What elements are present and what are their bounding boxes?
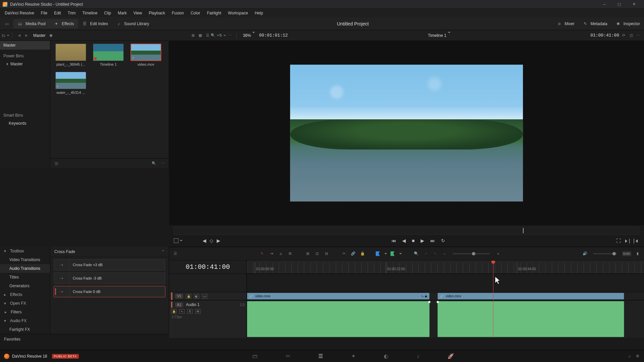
zoom-slider[interactable]	[453, 253, 490, 254]
viewer-scrubber[interactable]	[174, 227, 639, 235]
menu-fusion[interactable]: Fusion	[168, 9, 187, 17]
flag-green[interactable]	[390, 251, 394, 256]
selection-tool[interactable]: ↖	[259, 251, 265, 257]
menu-fairlight[interactable]: Fairlight	[204, 9, 225, 17]
menu-edit[interactable]: Edit	[51, 9, 64, 17]
next-edit[interactable]: ▶	[217, 238, 220, 243]
smartbin-keywords[interactable]: Keywords	[0, 120, 50, 127]
menu-workspace[interactable]: Workspace	[225, 9, 252, 17]
page-deliver[interactable]: 🚀	[447, 353, 454, 359]
list-view[interactable]: ☰	[205, 33, 210, 38]
mediapool-toggle[interactable]: 🗂Media Pool	[13, 19, 50, 28]
lock-a1[interactable]: 🔒	[171, 309, 176, 314]
search-icon[interactable]: 🔍	[212, 33, 218, 38]
curve-a1[interactable]: ∿	[179, 309, 184, 314]
audio-track-1[interactable]	[247, 300, 644, 338]
nav-fwd[interactable]: ▶	[24, 33, 29, 38]
blade-tool[interactable]: ⧉	[287, 251, 293, 257]
audio-clip[interactable]	[437, 301, 624, 337]
cat-titles[interactable]: Titles	[0, 273, 50, 282]
fullscreen-toggle[interactable]: ▭	[0, 19, 13, 28]
loop[interactable]: ↻	[441, 238, 445, 243]
monitor-vol-icon[interactable]: 🔊	[582, 251, 588, 257]
timeline-ruler[interactable]: 01:00:00:0001:00:22:0001:00:44:00	[247, 260, 644, 274]
menu-clip[interactable]: Clip	[101, 9, 114, 17]
track-name-a1[interactable]: Audio 1	[186, 302, 200, 307]
monitor-vol-slider[interactable]	[593, 253, 617, 254]
fx-item[interactable]: ⇢Cross Fade -3 dB	[54, 273, 165, 284]
media-clip[interactable]: plant_-_36945 (...	[54, 44, 87, 66]
dynamic-trim-tool[interactable]: ⎋	[278, 251, 284, 257]
page-color[interactable]: ◐	[384, 353, 388, 359]
trim-tool[interactable]: ⇥	[268, 251, 274, 257]
menu-davinci[interactable]: DaVinci Resolve	[1, 9, 38, 17]
mixer-toggle[interactable]: ⎚Mixer	[552, 19, 578, 28]
play-reverse[interactable]: ◀	[402, 238, 406, 243]
collapse-icon[interactable]: ⌃	[161, 249, 165, 254]
minimize-button[interactable]: ─	[597, 0, 612, 9]
timeline-name-dropdown[interactable]: Timeline 1	[426, 33, 452, 38]
page-fairlight[interactable]: ♪	[417, 353, 419, 359]
go-first[interactable]: ⏮	[391, 238, 396, 243]
go-last[interactable]: ⏭	[430, 238, 435, 243]
video-track-1[interactable]: 🔗video.mov∿ ◆🔗video.mov	[247, 292, 644, 300]
media-clip[interactable]: ♪water_-_45314 ...	[54, 72, 87, 95]
cat-filters[interactable]: ▸Filters	[0, 308, 50, 316]
cat-video-transitions[interactable]: Video Transitions	[0, 255, 50, 264]
solo-a1[interactable]: S	[187, 309, 193, 314]
overwrite-clip[interactable]: ⊡	[314, 251, 320, 257]
flag-blue[interactable]	[376, 251, 380, 256]
cat-audiofx[interactable]: ▾Audio FX	[0, 316, 50, 325]
track-tag-v1[interactable]: V1	[175, 294, 183, 299]
fx-item[interactable]: ⇢Cross Fade +3 dB	[54, 259, 165, 270]
cat-effects[interactable]: ▸Effects	[0, 290, 50, 299]
bypass-fx-icon[interactable]: ⟳	[621, 33, 627, 38]
metadata-toggle[interactable]: ✎Metadata	[579, 19, 611, 28]
video-clip[interactable]: 🔗video.mov∿ ◆	[247, 293, 430, 300]
menu-trim[interactable]: Trim	[64, 9, 79, 17]
menu-help[interactable]: Help	[251, 9, 266, 17]
single-dual-viewer[interactable]: ◫	[629, 33, 634, 38]
search-icon[interactable]: 🔍	[151, 161, 157, 166]
bin-view-dropdown[interactable]: 🗀	[3, 33, 8, 38]
close-button[interactable]: ✕	[627, 0, 641, 9]
lock-tool[interactable]: 🔒	[360, 251, 366, 257]
viewer-options[interactable]: ⋯	[636, 33, 641, 38]
dim-button[interactable]: DIM	[622, 251, 632, 256]
home-button[interactable]: ⌂	[628, 354, 631, 358]
soundlibrary-toggle[interactable]: ♪Sound Library	[112, 19, 153, 28]
meters-icon[interactable]: ▮	[635, 251, 641, 257]
insert-clip[interactable]: ⊞	[305, 251, 311, 257]
auto-v1[interactable]: ◐	[194, 294, 199, 299]
bin-breadcrumb[interactable]: Master	[31, 33, 48, 38]
track-indicator-a1[interactable]	[171, 302, 172, 308]
track-header-v1[interactable]: V1 🔒 ◐ ▭	[169, 292, 247, 300]
prev-edit[interactable]: ◀	[203, 238, 206, 243]
effects-toggle[interactable]: ✦Effects	[50, 19, 78, 28]
source-timecode[interactable]: 00:01:01:12	[259, 33, 288, 38]
replace-clip[interactable]: ⊟	[323, 251, 329, 257]
crop-tool[interactable]	[174, 238, 182, 243]
maximize-button[interactable]: ▢	[612, 0, 627, 9]
playhead[interactable]	[493, 260, 493, 338]
cat-fairlightfx[interactable]: Fairlight FX	[0, 325, 50, 334]
prev-clip[interactable]: |⏴	[633, 238, 639, 243]
timeline-view-options[interactable]: ☰	[172, 251, 178, 257]
cat-toolbox[interactable]: ▾Toolbox	[0, 247, 50, 255]
viewer-canvas[interactable]	[169, 41, 644, 225]
page-media[interactable]: 🗃	[252, 353, 258, 359]
zoom-in[interactable]: +	[495, 251, 501, 257]
page-fusion[interactable]: ✦	[351, 353, 356, 359]
lock-v1[interactable]: 🔒	[186, 294, 191, 299]
menu-color[interactable]: Color	[187, 9, 204, 17]
thumb-view[interactable]: ▦	[198, 33, 203, 38]
fx-item[interactable]: ⇢Cross Fade 0 dB	[54, 286, 165, 297]
disable-v1[interactable]: ▭	[202, 294, 207, 299]
favorites-section[interactable]: Favorites	[0, 334, 169, 344]
cat-audio-transitions[interactable]: Audio Transitions	[0, 264, 50, 273]
viewer-zoom[interactable]: 36%	[241, 33, 257, 38]
match-frame[interactable]: ⛶	[616, 238, 621, 243]
sort-icon[interactable]: ⇅	[220, 33, 225, 38]
menu-playback[interactable]: Playback	[145, 9, 168, 17]
options-icon[interactable]: ⋯	[227, 33, 232, 38]
